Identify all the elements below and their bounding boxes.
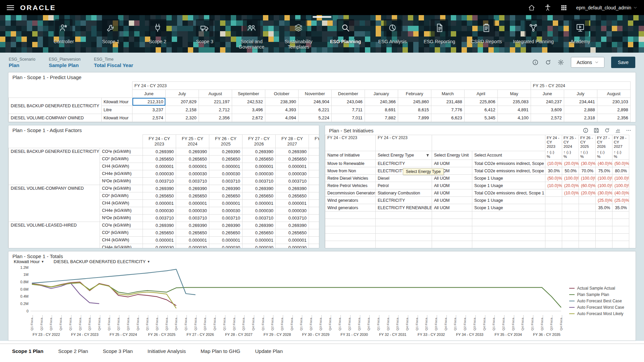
factor-cell[interactable]: 0.000001 — [209, 163, 243, 170]
pov-member-link[interactable]: Plan — [9, 62, 35, 68]
energy-unit-cell[interactable]: All UOM — [432, 204, 472, 212]
usage-cell[interactable]: 246,904 — [298, 98, 331, 106]
factor-cell[interactable]: 0.003710 — [176, 215, 209, 222]
energy-unit-cell[interactable]: All UOM — [432, 189, 472, 197]
empty-cell[interactable] — [432, 219, 472, 226]
initiative-name-cell[interactable]: Retire Petrol Vehicles — [325, 182, 376, 189]
initiative-value-cell[interactable]: (20.0)% — [562, 182, 579, 189]
empty-cell[interactable] — [376, 226, 432, 234]
factor-cell[interactable]: 0.000001 — [309, 237, 319, 244]
empty-cell[interactable] — [325, 241, 376, 248]
factor-cell[interactable]: 0.003710 — [209, 215, 243, 222]
uom-selector[interactable]: Kilowatt Hour ▾ — [14, 259, 44, 264]
usage-cell[interactable]: 234,441 — [564, 98, 597, 106]
factor-cell[interactable]: 0.269390 — [176, 222, 209, 229]
usage-cell[interactable]: 230,103 — [597, 98, 630, 106]
initiative-name-cell[interactable]: Move from Non — [325, 167, 376, 175]
tab-scope-2-plan[interactable]: Scope 2 Plan — [51, 344, 95, 358]
factor-cell[interactable]: 0.265650 — [309, 192, 319, 200]
factor-cell[interactable]: 0.265650 — [143, 156, 176, 163]
factor-cell[interactable]: 0.000001 — [176, 200, 209, 207]
initiative-value-cell[interactable]: (10.0)% — [545, 182, 562, 189]
empty-cell[interactable] — [376, 219, 432, 226]
empty-cell[interactable] — [596, 212, 612, 219]
usage-cell[interactable]: 2,888 — [564, 106, 597, 114]
factor-cell[interactable]: 0.265650 — [243, 192, 276, 200]
usage-cell[interactable]: 245,860 — [398, 98, 431, 106]
pov-member-link[interactable]: Total Fiscal Year — [94, 62, 133, 68]
initiative-value-cell[interactable]: (50.0)% — [612, 160, 629, 167]
usage-cell[interactable]: 4,100 — [497, 114, 531, 122]
usage-cell[interactable]: 3,496 — [232, 106, 265, 114]
initiative-value-cell[interactable] — [562, 204, 579, 212]
empty-cell[interactable] — [579, 212, 596, 219]
initiative-value-cell[interactable]: (40.0)% — [596, 160, 612, 167]
factor-cell[interactable]: 0.000001 — [309, 163, 319, 170]
empty-cell[interactable] — [562, 226, 579, 234]
factor-cell[interactable]: 0.000030 — [143, 170, 176, 178]
factor-cell[interactable]: 0.000030 — [176, 170, 209, 178]
usage-cell[interactable]: 7,011 — [331, 114, 365, 122]
info-icon[interactable] — [583, 127, 589, 133]
factor-cell[interactable]: 0.265650 — [309, 156, 319, 163]
empty-cell[interactable] — [432, 234, 472, 241]
energy-unit-cell[interactable]: All UOM — [432, 197, 472, 204]
initiative-value-cell[interactable]: (25.0)% — [596, 197, 612, 204]
factor-cell[interactable]: 0.000030 — [176, 207, 209, 215]
initiative-value-cell[interactable]: (100.0)% — [579, 175, 596, 182]
home-icon[interactable] — [528, 4, 535, 11]
usage-cell[interactable]: 3,237 — [132, 106, 165, 114]
factor-cell[interactable]: 0.265650 — [209, 192, 243, 200]
tab-map-plan-to-ghg[interactable]: Map Plan to GHG — [193, 344, 248, 358]
info-icon[interactable] — [532, 59, 539, 66]
factor-cell[interactable]: 0.000030 — [176, 244, 209, 249]
pov-dim-esg_scenario[interactable]: ESG_Scenario Plan — [9, 57, 35, 68]
usage-cell[interactable]: 2,672 — [232, 114, 265, 122]
factor-cell[interactable]: 0.000001 — [176, 237, 209, 244]
factor-cell[interactable]: 0.265650 — [309, 229, 319, 237]
initiative-value-cell[interactable]: (100.0)% — [562, 175, 579, 182]
factor-cell[interactable]: 0.000030 — [309, 207, 319, 215]
factor-cell[interactable]: 0.000030 — [209, 244, 243, 249]
factor-cell[interactable]: 0.000030 — [143, 207, 176, 215]
usage-cell[interactable]: 4,891 — [497, 106, 531, 114]
initiative-value-cell[interactable]: (50.0)% — [545, 175, 562, 182]
empty-cell[interactable] — [545, 212, 562, 219]
factor-cell[interactable]: 0.003710 — [309, 215, 319, 222]
factor-cell[interactable]: 0.003710 — [243, 215, 276, 222]
usage-cell[interactable]: 243,046 — [331, 98, 365, 106]
initiative-value-cell[interactable] — [545, 197, 562, 204]
usage-cell[interactable]: 242,532 — [232, 98, 265, 106]
more-icon[interactable] — [626, 127, 632, 133]
factor-cell[interactable]: 0.000030 — [309, 170, 319, 178]
initiative-value-cell[interactable]: (25.0)% — [612, 197, 629, 204]
factor-cell[interactable]: 0.000030 — [276, 244, 309, 249]
factor-cell[interactable]: 0.269390 — [309, 185, 319, 192]
actions-button[interactable]: Actions — [571, 57, 604, 68]
usage-cell[interactable]: 7,882 — [365, 114, 398, 122]
energy-type-cell[interactable]: Petrol — [376, 182, 432, 189]
account-cell[interactable]: Total CO2e emissions indirect, Scope — [472, 160, 545, 167]
factor-cell[interactable]: 0.000001 — [309, 200, 319, 207]
factor-cell[interactable]: 0.269390 — [276, 222, 309, 229]
empty-cell[interactable] — [472, 219, 545, 226]
nav-item-csrd-reports[interactable]: CSRD Reports — [463, 19, 510, 50]
factor-cell[interactable]: 0.000030 — [143, 244, 176, 249]
nav-item-integrated-planning[interactable]: Integrated Planning — [510, 19, 557, 50]
nav-item-scope-1[interactable]: Scope 1 — [87, 19, 134, 50]
save-icon[interactable] — [593, 127, 599, 133]
tab-update-plan[interactable]: Update Plan — [248, 344, 290, 358]
nav-item-esg-reporting[interactable]: ESG Reporting — [416, 19, 463, 50]
usage-cell[interactable]: 2,356 — [199, 114, 232, 122]
factor-cell[interactable]: 0.265650 — [243, 229, 276, 237]
empty-cell[interactable] — [579, 219, 596, 226]
factor-cell[interactable]: 0.000001 — [276, 200, 309, 207]
initiative-value-cell[interactable] — [545, 204, 562, 212]
factor-cell[interactable]: 0.000001 — [243, 237, 276, 244]
usage-cell[interactable]: 8,691 — [365, 106, 398, 114]
empty-cell[interactable] — [562, 212, 579, 219]
account-cell[interactable]: Scope 1 Usage — [472, 197, 545, 204]
usage-cell[interactable]: 225,806 — [464, 98, 497, 106]
empty-cell[interactable] — [562, 219, 579, 226]
usage-cell[interactable]: 2,320 — [165, 114, 199, 122]
